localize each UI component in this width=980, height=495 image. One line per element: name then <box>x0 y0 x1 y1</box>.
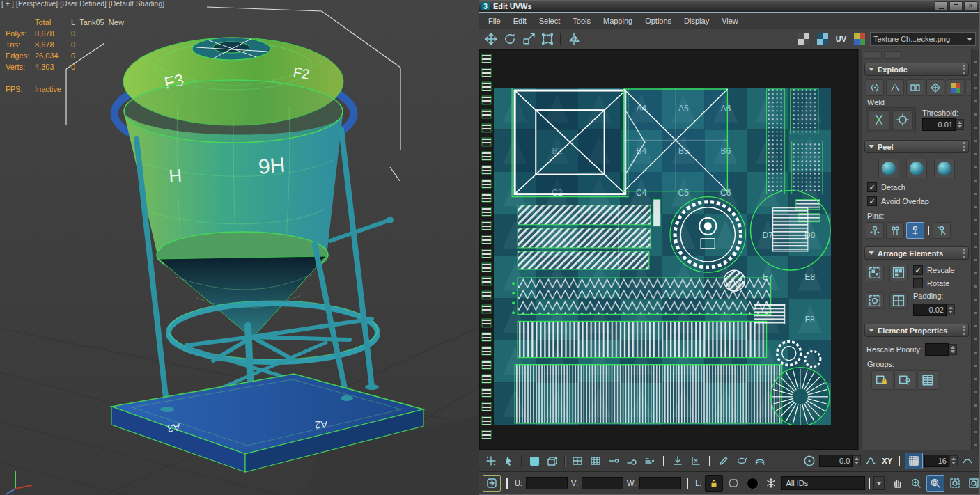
uv-checker-button[interactable] <box>814 31 831 47</box>
falloff-spinner[interactable]: 0.0 <box>819 455 861 467</box>
zoom-button[interactable] <box>908 476 924 491</box>
menu-tools[interactable]: Tools <box>566 15 597 26</box>
absolute-offset-button[interactable] <box>483 453 499 469</box>
falloff-circle-button[interactable] <box>801 453 818 469</box>
zoom-extents-button[interactable] <box>947 476 963 491</box>
explode-color-button[interactable] <box>947 79 965 96</box>
avoid-overlap-option[interactable]: ✓ Avoid Overlap <box>867 196 966 206</box>
uv-space-label[interactable]: UV <box>833 35 849 43</box>
spinner-arrows-icon[interactable] <box>947 304 955 315</box>
snap-grid-button[interactable] <box>905 453 923 469</box>
brush-falloff-button[interactable] <box>605 453 622 469</box>
avoid-overlap-checkbox[interactable]: ✓ <box>867 196 877 206</box>
brush-size-button[interactable] <box>623 453 640 469</box>
grid-b-button[interactable] <box>587 453 604 469</box>
freeform-gizmo-button[interactable] <box>539 31 556 47</box>
rotate-button[interactable] <box>501 31 518 47</box>
freeze-button[interactable] <box>763 476 779 491</box>
loop-button[interactable] <box>733 453 750 469</box>
rollout-header-explode[interactable]: Explode <box>864 63 969 76</box>
menu-options[interactable]: Options <box>639 15 678 26</box>
lock-button[interactable] <box>705 475 723 492</box>
spinner-arrows-icon[interactable] <box>853 455 861 466</box>
rotate-checkbox[interactable] <box>913 278 923 288</box>
pack-together-button[interactable] <box>889 265 908 281</box>
axis-label[interactable]: XY <box>882 457 892 465</box>
spinner-arrows-icon[interactable] <box>956 119 964 130</box>
rollout-header-peel[interactable]: Peel <box>864 140 969 153</box>
pack-normalize-button[interactable] <box>866 265 884 281</box>
v-input[interactable] <box>582 477 623 489</box>
texture-dropdown[interactable]: Texture Ch...ecker.png <box>870 32 976 46</box>
pin-selected-button[interactable] <box>906 222 924 239</box>
u-input[interactable] <box>526 477 568 489</box>
rollout-header-element-properties[interactable]: Element Properties <box>864 324 969 337</box>
titlebar[interactable]: 3 Edit UVWs × <box>479 1 979 12</box>
target-weld-button[interactable] <box>892 110 913 129</box>
menu-file[interactable]: File <box>482 15 507 26</box>
pin-all-button[interactable] <box>886 222 904 239</box>
panel-scrollbar[interactable] <box>971 49 979 450</box>
material-id-dropdown-button[interactable] <box>873 476 885 490</box>
detach-checkbox[interactable]: ✓ <box>867 182 877 192</box>
curve-b-button[interactable] <box>959 453 976 469</box>
viewport-shading-label[interactable]: [ + ] [Perspective] [User Defined] [Defa… <box>1 0 164 8</box>
weld-selected-button[interactable] <box>869 110 889 129</box>
viewport-3d[interactable]: F3 F2 H 9H <box>0 0 479 495</box>
close-button[interactable]: × <box>964 1 977 11</box>
padding-value[interactable]: 0.02 <box>913 304 947 316</box>
pan-button[interactable] <box>889 476 905 491</box>
threshold-spinner[interactable]: 0.01 <box>922 118 964 131</box>
padding-spinner[interactable]: 0.02 <box>913 304 955 316</box>
preview-color-button[interactable] <box>744 476 761 491</box>
explode-faces-button[interactable] <box>926 79 944 96</box>
scale-button[interactable] <box>520 31 537 47</box>
grid-size-spinner[interactable]: 16 <box>924 455 958 467</box>
menu-edit[interactable]: Edit <box>507 15 533 26</box>
quick-peel-button[interactable] <box>878 159 899 178</box>
brush-strength-button[interactable] <box>641 453 658 469</box>
pin-move-button[interactable] <box>866 222 884 239</box>
unpin-button[interactable] <box>933 222 951 239</box>
rescale-priority-value[interactable] <box>925 343 949 356</box>
pack-grid-button[interactable] <box>889 292 908 309</box>
break-edge-button[interactable] <box>886 79 904 96</box>
pack-custom-button[interactable] <box>866 292 884 309</box>
w-input[interactable] <box>639 477 681 489</box>
spinner-arrows-icon[interactable] <box>949 455 958 466</box>
pivot-down-button[interactable] <box>669 453 686 469</box>
pelt-button[interactable] <box>725 476 742 491</box>
threshold-value[interactable]: 0.01 <box>922 118 956 131</box>
select-cursor-button[interactable] <box>501 453 518 469</box>
material-id-dropdown[interactable]: All IDs <box>781 476 865 490</box>
menu-mapping[interactable]: Mapping <box>597 15 639 26</box>
show-map-button[interactable] <box>795 31 812 47</box>
uv-editor-canvas[interactable]: A4A5A6B2B4B5B6C2C4C5C6D7D8E7E8F8 <box>479 49 858 450</box>
uvw-gizmo-button[interactable] <box>483 475 501 492</box>
menu-display[interactable]: Display <box>678 15 715 26</box>
peel-reset-button[interactable] <box>934 159 955 178</box>
group-select-button[interactable] <box>917 370 938 390</box>
detach-option[interactable]: ✓ Detach <box>867 182 966 192</box>
curve-a-button[interactable] <box>862 453 879 469</box>
rescale-checkbox[interactable]: ✓ <box>913 265 923 275</box>
menu-select[interactable]: Select <box>533 15 567 26</box>
zoom-region-button[interactable] <box>926 475 944 492</box>
move-button[interactable] <box>483 31 499 47</box>
zoom-selected-button[interactable] <box>965 476 980 491</box>
element-mode-button[interactable] <box>544 453 561 469</box>
grid-a-button[interactable] <box>569 453 586 469</box>
peel-mode-button[interactable] <box>906 159 927 178</box>
ring-button[interactable] <box>752 453 768 469</box>
menu-view[interactable]: View <box>715 15 745 26</box>
pivot-corner-button[interactable] <box>687 453 704 469</box>
maximize-button[interactable] <box>949 1 963 11</box>
pencil-button[interactable] <box>715 453 732 469</box>
clipped-button[interactable] <box>884 51 902 59</box>
rescale-option[interactable]: ✓ Rescale <box>913 265 955 275</box>
spinner-arrows-icon[interactable] <box>949 344 957 355</box>
rotate-option[interactable]: Rotate <box>913 278 955 288</box>
grid-size-value[interactable]: 16 <box>924 455 949 467</box>
color-checker-button[interactable] <box>851 31 868 47</box>
break-vertex-button[interactable] <box>866 79 884 96</box>
